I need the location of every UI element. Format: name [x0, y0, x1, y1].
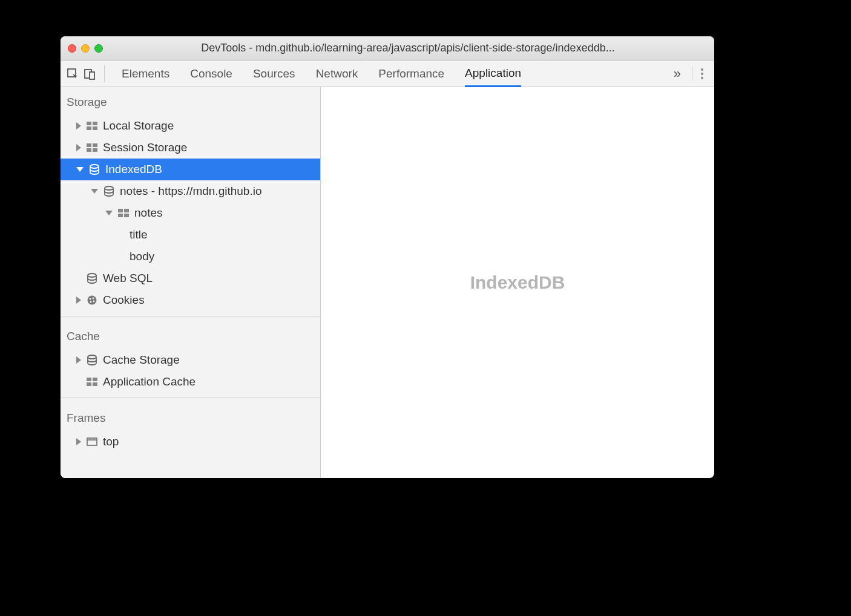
window-controls [68, 44, 103, 53]
tree-item-label: top [103, 435, 119, 448]
more-tabs-button[interactable]: » [666, 66, 688, 82]
collapse-icon [91, 189, 98, 194]
tree-item-label: Local Storage [103, 119, 174, 133]
close-window-button[interactable] [68, 44, 76, 53]
tree-item-label: Cache Storage [103, 353, 180, 367]
svg-rect-8 [93, 143, 97, 147]
table-icon [86, 142, 98, 154]
table-icon [86, 376, 98, 388]
svg-point-22 [90, 301, 92, 303]
svg-rect-13 [118, 209, 123, 212]
tree-item-local-storage[interactable]: Local Storage [61, 115, 320, 137]
svg-rect-6 [93, 126, 97, 130]
tab-application[interactable]: Application [465, 61, 521, 87]
tree-item-index-body[interactable]: body [61, 246, 320, 267]
tree-item-frames-top[interactable]: top [61, 431, 320, 453]
expand-icon [76, 144, 81, 151]
divider [61, 316, 320, 316]
tree-item-application-cache[interactable]: Application Cache [61, 371, 320, 393]
tree-item-label: title [130, 228, 148, 241]
svg-rect-27 [93, 382, 97, 386]
device-toolbar-icon[interactable] [84, 68, 96, 80]
tree-item-indexeddb[interactable]: IndexedDB [61, 159, 320, 180]
svg-rect-2 [90, 72, 94, 79]
database-icon [86, 354, 98, 366]
frame-icon [86, 436, 98, 448]
cookie-icon [86, 294, 98, 306]
svg-rect-16 [124, 214, 129, 217]
tree-item-index-title[interactable]: title [61, 224, 320, 246]
tab-network[interactable]: Network [316, 61, 358, 87]
settings-menu-button[interactable] [696, 68, 708, 79]
svg-rect-24 [87, 378, 91, 381]
svg-rect-7 [87, 143, 91, 147]
svg-point-23 [88, 355, 96, 359]
svg-rect-4 [93, 122, 97, 125]
main-panel: IndexedDB [321, 87, 714, 478]
svg-point-18 [88, 296, 97, 305]
tree-item-notes-db[interactable]: notes - https://mdn.github.io [61, 180, 320, 202]
devtools-window: DevTools - mdn.github.io/learning-area/j… [61, 36, 714, 478]
svg-point-21 [93, 301, 95, 303]
collapse-icon [105, 211, 113, 215]
expand-icon [76, 438, 81, 445]
expand-icon [76, 356, 81, 364]
tree-item-label: notes [134, 206, 162, 220]
tree-item-session-storage[interactable]: Session Storage [61, 137, 320, 159]
svg-point-20 [93, 298, 94, 300]
svg-point-12 [105, 186, 113, 190]
tree-item-label: Session Storage [103, 141, 187, 154]
tree-item-cache-storage[interactable]: Cache Storage [61, 349, 320, 371]
main-placeholder: IndexedDB [470, 272, 565, 293]
tab-console[interactable]: Console [190, 61, 232, 87]
tree-item-notes-store[interactable]: notes [61, 202, 320, 224]
tree-item-web-sql[interactable]: Web SQL [61, 267, 320, 289]
tree-item-label: Web SQL [103, 272, 153, 285]
section-header-storage: Storage [61, 87, 320, 115]
divider [61, 398, 320, 398]
table-icon [86, 120, 98, 132]
zoom-window-button[interactable] [94, 44, 103, 53]
svg-rect-3 [87, 122, 91, 125]
svg-point-17 [88, 274, 96, 277]
expand-icon [76, 122, 81, 129]
svg-rect-14 [124, 209, 129, 212]
svg-rect-5 [87, 126, 91, 130]
devtools-toolbar: Elements Console Sources Network Perform… [61, 61, 714, 87]
tab-sources[interactable]: Sources [253, 61, 295, 87]
svg-point-19 [90, 298, 91, 300]
section-header-frames: Frames [61, 403, 320, 431]
inspect-element-icon[interactable] [67, 68, 79, 80]
svg-rect-26 [87, 382, 91, 386]
application-sidebar: Storage Local Storage Session Storage [61, 87, 321, 478]
collapse-icon [76, 167, 84, 172]
database-icon [88, 163, 100, 175]
tab-performance[interactable]: Performance [378, 61, 444, 87]
database-icon [86, 272, 98, 284]
svg-rect-9 [87, 148, 91, 152]
section-header-cache: Cache [61, 321, 320, 349]
panel-tabs: Elements Console Sources Network Perform… [105, 61, 666, 87]
tree-item-label: body [130, 250, 154, 263]
expand-icon [76, 297, 81, 304]
svg-rect-25 [93, 378, 97, 381]
svg-rect-28 [87, 438, 97, 445]
minimize-window-button[interactable] [81, 44, 90, 53]
table-icon [117, 207, 130, 219]
tab-elements[interactable]: Elements [122, 61, 169, 87]
database-icon [103, 185, 115, 197]
tree-item-label: notes - https://mdn.github.io [120, 185, 261, 198]
tree-item-label: IndexedDB [105, 163, 162, 176]
tree-item-label: Application Cache [103, 375, 196, 388]
tree-item-cookies[interactable]: Cookies [61, 289, 320, 311]
window-title: DevTools - mdn.github.io/learning-area/j… [109, 42, 707, 54]
tree-item-label: Cookies [103, 293, 145, 307]
titlebar: DevTools - mdn.github.io/learning-area/j… [61, 36, 714, 61]
svg-point-11 [90, 165, 99, 168]
svg-rect-15 [118, 214, 123, 217]
svg-rect-10 [93, 148, 97, 152]
